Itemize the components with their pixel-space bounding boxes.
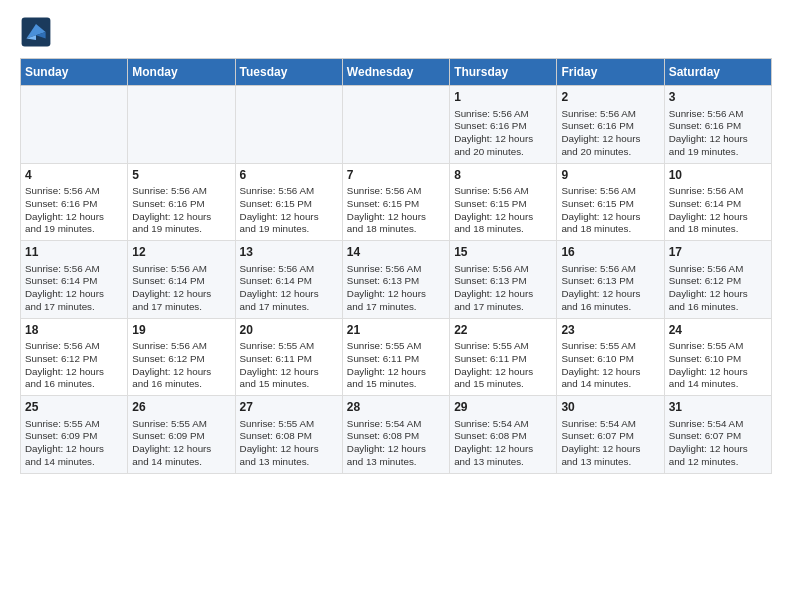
- calendar-cell: 29Sunrise: 5:54 AM Sunset: 6:08 PM Dayli…: [450, 396, 557, 474]
- calendar-cell: 8Sunrise: 5:56 AM Sunset: 6:15 PM Daylig…: [450, 163, 557, 241]
- calendar-cell: 6Sunrise: 5:56 AM Sunset: 6:15 PM Daylig…: [235, 163, 342, 241]
- day-info: Sunrise: 5:56 AM Sunset: 6:12 PM Dayligh…: [669, 263, 767, 314]
- day-number: 17: [669, 245, 767, 261]
- column-header-friday: Friday: [557, 59, 664, 86]
- calendar-cell: 9Sunrise: 5:56 AM Sunset: 6:15 PM Daylig…: [557, 163, 664, 241]
- day-info: Sunrise: 5:56 AM Sunset: 6:12 PM Dayligh…: [132, 340, 230, 391]
- calendar-cell: 24Sunrise: 5:55 AM Sunset: 6:10 PM Dayli…: [664, 318, 771, 396]
- day-number: 31: [669, 400, 767, 416]
- day-info: Sunrise: 5:55 AM Sunset: 6:11 PM Dayligh…: [454, 340, 552, 391]
- day-info: Sunrise: 5:54 AM Sunset: 6:08 PM Dayligh…: [454, 418, 552, 469]
- column-header-wednesday: Wednesday: [342, 59, 449, 86]
- day-number: 28: [347, 400, 445, 416]
- day-number: 5: [132, 168, 230, 184]
- day-info: Sunrise: 5:56 AM Sunset: 6:14 PM Dayligh…: [669, 185, 767, 236]
- day-number: 6: [240, 168, 338, 184]
- calendar-cell: 10Sunrise: 5:56 AM Sunset: 6:14 PM Dayli…: [664, 163, 771, 241]
- calendar-cell: 18Sunrise: 5:56 AM Sunset: 6:12 PM Dayli…: [21, 318, 128, 396]
- day-number: 20: [240, 323, 338, 339]
- column-header-saturday: Saturday: [664, 59, 771, 86]
- day-info: Sunrise: 5:56 AM Sunset: 6:16 PM Dayligh…: [25, 185, 123, 236]
- column-header-sunday: Sunday: [21, 59, 128, 86]
- calendar-header-row: SundayMondayTuesdayWednesdayThursdayFrid…: [21, 59, 772, 86]
- day-number: 7: [347, 168, 445, 184]
- calendar-body: 1Sunrise: 5:56 AM Sunset: 6:16 PM Daylig…: [21, 86, 772, 474]
- day-info: Sunrise: 5:56 AM Sunset: 6:13 PM Dayligh…: [347, 263, 445, 314]
- calendar-week-5: 25Sunrise: 5:55 AM Sunset: 6:09 PM Dayli…: [21, 396, 772, 474]
- day-info: Sunrise: 5:54 AM Sunset: 6:07 PM Dayligh…: [669, 418, 767, 469]
- day-info: Sunrise: 5:54 AM Sunset: 6:07 PM Dayligh…: [561, 418, 659, 469]
- calendar-cell: 17Sunrise: 5:56 AM Sunset: 6:12 PM Dayli…: [664, 241, 771, 319]
- day-number: 24: [669, 323, 767, 339]
- calendar-cell: 1Sunrise: 5:56 AM Sunset: 6:16 PM Daylig…: [450, 86, 557, 164]
- calendar-cell: 22Sunrise: 5:55 AM Sunset: 6:11 PM Dayli…: [450, 318, 557, 396]
- calendar-cell: 16Sunrise: 5:56 AM Sunset: 6:13 PM Dayli…: [557, 241, 664, 319]
- calendar-cell: 5Sunrise: 5:56 AM Sunset: 6:16 PM Daylig…: [128, 163, 235, 241]
- calendar-cell: 2Sunrise: 5:56 AM Sunset: 6:16 PM Daylig…: [557, 86, 664, 164]
- day-info: Sunrise: 5:55 AM Sunset: 6:11 PM Dayligh…: [240, 340, 338, 391]
- day-info: Sunrise: 5:56 AM Sunset: 6:14 PM Dayligh…: [132, 263, 230, 314]
- column-header-thursday: Thursday: [450, 59, 557, 86]
- day-info: Sunrise: 5:56 AM Sunset: 6:12 PM Dayligh…: [25, 340, 123, 391]
- day-info: Sunrise: 5:56 AM Sunset: 6:14 PM Dayligh…: [240, 263, 338, 314]
- calendar-cell: 27Sunrise: 5:55 AM Sunset: 6:08 PM Dayli…: [235, 396, 342, 474]
- calendar-cell: 28Sunrise: 5:54 AM Sunset: 6:08 PM Dayli…: [342, 396, 449, 474]
- day-number: 14: [347, 245, 445, 261]
- day-info: Sunrise: 5:55 AM Sunset: 6:10 PM Dayligh…: [669, 340, 767, 391]
- logo-icon: [20, 16, 52, 48]
- day-number: 11: [25, 245, 123, 261]
- day-number: 21: [347, 323, 445, 339]
- calendar-cell: [128, 86, 235, 164]
- calendar-week-2: 4Sunrise: 5:56 AM Sunset: 6:16 PM Daylig…: [21, 163, 772, 241]
- day-number: 18: [25, 323, 123, 339]
- day-info: Sunrise: 5:56 AM Sunset: 6:16 PM Dayligh…: [561, 108, 659, 159]
- calendar-cell: [235, 86, 342, 164]
- day-info: Sunrise: 5:56 AM Sunset: 6:14 PM Dayligh…: [25, 263, 123, 314]
- calendar-week-1: 1Sunrise: 5:56 AM Sunset: 6:16 PM Daylig…: [21, 86, 772, 164]
- calendar-week-4: 18Sunrise: 5:56 AM Sunset: 6:12 PM Dayli…: [21, 318, 772, 396]
- day-number: 22: [454, 323, 552, 339]
- day-info: Sunrise: 5:54 AM Sunset: 6:08 PM Dayligh…: [347, 418, 445, 469]
- calendar-cell: [21, 86, 128, 164]
- calendar-cell: 19Sunrise: 5:56 AM Sunset: 6:12 PM Dayli…: [128, 318, 235, 396]
- day-number: 30: [561, 400, 659, 416]
- day-number: 8: [454, 168, 552, 184]
- calendar-cell: 25Sunrise: 5:55 AM Sunset: 6:09 PM Dayli…: [21, 396, 128, 474]
- calendar-cell: 7Sunrise: 5:56 AM Sunset: 6:15 PM Daylig…: [342, 163, 449, 241]
- calendar-cell: 30Sunrise: 5:54 AM Sunset: 6:07 PM Dayli…: [557, 396, 664, 474]
- calendar-cell: 20Sunrise: 5:55 AM Sunset: 6:11 PM Dayli…: [235, 318, 342, 396]
- calendar-cell: 23Sunrise: 5:55 AM Sunset: 6:10 PM Dayli…: [557, 318, 664, 396]
- day-number: 3: [669, 90, 767, 106]
- day-info: Sunrise: 5:56 AM Sunset: 6:16 PM Dayligh…: [132, 185, 230, 236]
- day-info: Sunrise: 5:56 AM Sunset: 6:15 PM Dayligh…: [454, 185, 552, 236]
- calendar-cell: 12Sunrise: 5:56 AM Sunset: 6:14 PM Dayli…: [128, 241, 235, 319]
- day-number: 19: [132, 323, 230, 339]
- day-info: Sunrise: 5:55 AM Sunset: 6:08 PM Dayligh…: [240, 418, 338, 469]
- day-number: 23: [561, 323, 659, 339]
- day-number: 4: [25, 168, 123, 184]
- day-info: Sunrise: 5:55 AM Sunset: 6:11 PM Dayligh…: [347, 340, 445, 391]
- calendar-cell: 3Sunrise: 5:56 AM Sunset: 6:16 PM Daylig…: [664, 86, 771, 164]
- day-info: Sunrise: 5:55 AM Sunset: 6:09 PM Dayligh…: [25, 418, 123, 469]
- day-number: 2: [561, 90, 659, 106]
- day-number: 27: [240, 400, 338, 416]
- day-number: 10: [669, 168, 767, 184]
- calendar-cell: [342, 86, 449, 164]
- day-info: Sunrise: 5:56 AM Sunset: 6:15 PM Dayligh…: [240, 185, 338, 236]
- day-info: Sunrise: 5:56 AM Sunset: 6:16 PM Dayligh…: [669, 108, 767, 159]
- column-header-monday: Monday: [128, 59, 235, 86]
- day-info: Sunrise: 5:56 AM Sunset: 6:15 PM Dayligh…: [561, 185, 659, 236]
- day-info: Sunrise: 5:56 AM Sunset: 6:15 PM Dayligh…: [347, 185, 445, 236]
- calendar-table: SundayMondayTuesdayWednesdayThursdayFrid…: [20, 58, 772, 474]
- day-number: 16: [561, 245, 659, 261]
- calendar-cell: 4Sunrise: 5:56 AM Sunset: 6:16 PM Daylig…: [21, 163, 128, 241]
- day-info: Sunrise: 5:55 AM Sunset: 6:10 PM Dayligh…: [561, 340, 659, 391]
- day-number: 15: [454, 245, 552, 261]
- day-number: 29: [454, 400, 552, 416]
- day-info: Sunrise: 5:56 AM Sunset: 6:13 PM Dayligh…: [454, 263, 552, 314]
- column-header-tuesday: Tuesday: [235, 59, 342, 86]
- calendar-cell: 21Sunrise: 5:55 AM Sunset: 6:11 PM Dayli…: [342, 318, 449, 396]
- calendar-cell: 31Sunrise: 5:54 AM Sunset: 6:07 PM Dayli…: [664, 396, 771, 474]
- page-header: [20, 16, 772, 48]
- day-number: 26: [132, 400, 230, 416]
